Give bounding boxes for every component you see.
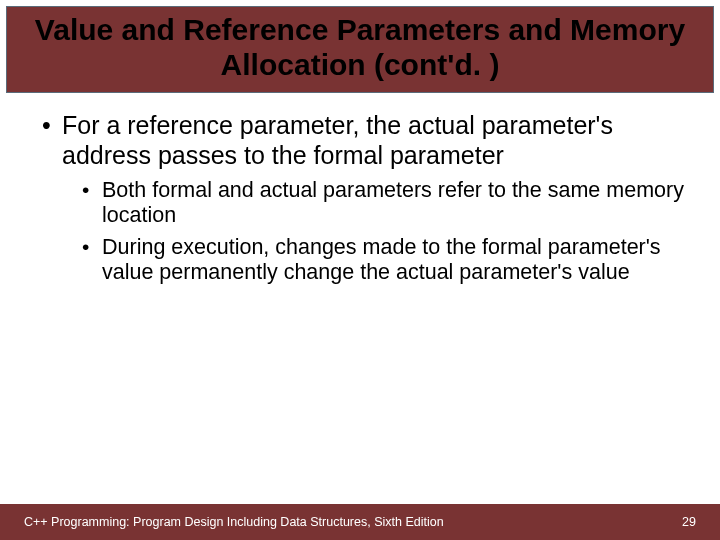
bullet-list-level2: Both formal and actual parameters refer … (62, 178, 684, 285)
list-item: For a reference parameter, the actual pa… (36, 111, 684, 285)
list-item: Both formal and actual parameters refer … (78, 178, 684, 229)
bullet-list-level1: For a reference parameter, the actual pa… (36, 111, 684, 285)
bullet-text: During execution, changes made to the fo… (102, 235, 661, 284)
bullet-text: Both formal and actual parameters refer … (102, 178, 684, 227)
footer-bar: C++ Programming: Program Design Includin… (0, 504, 720, 540)
page-number: 29 (682, 515, 696, 529)
title-bar: Value and Reference Parameters and Memor… (6, 6, 714, 93)
slide-title: Value and Reference Parameters and Memor… (17, 13, 703, 82)
slide: Value and Reference Parameters and Memor… (0, 0, 720, 540)
footer-text: C++ Programming: Program Design Includin… (24, 515, 444, 529)
list-item: During execution, changes made to the fo… (78, 235, 684, 286)
bullet-text: For a reference parameter, the actual pa… (62, 111, 613, 169)
slide-body: For a reference parameter, the actual pa… (0, 93, 720, 540)
